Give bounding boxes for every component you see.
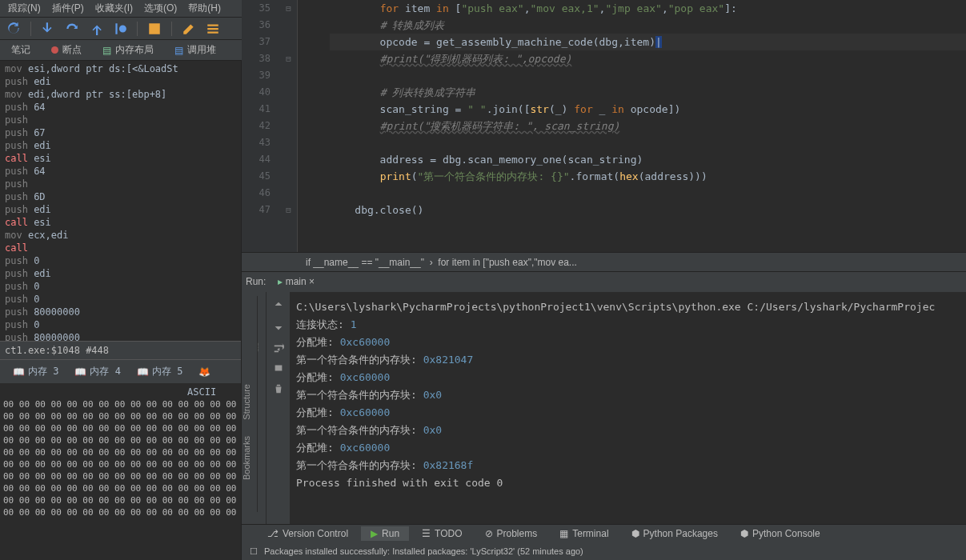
side-tab-bookmarks[interactable]: Bookmarks <box>242 436 251 480</box>
hex-row[interactable]: 00 00 00 00 00 00 00 00 00 00 00 00 00 0… <box>3 410 238 422</box>
hex-row[interactable]: 00 00 00 00 00 00 00 00 00 00 00 00 00 0… <box>3 398 238 410</box>
menu-trace[interactable]: 跟踪(N) <box>3 0 46 17</box>
code-line[interactable]: # 列表转换成字符串 <box>330 84 966 101</box>
menu-help[interactable]: 帮助(H) <box>183 0 226 17</box>
up-icon[interactable] <box>273 300 284 311</box>
run-sidebar-2 <box>266 292 290 524</box>
code-line[interactable]: print("第一个符合条件的内存块: {}".format(hex(addre… <box>330 168 966 185</box>
code-line[interactable]: dbg.close() <box>330 202 966 218</box>
asm-line[interactable]: push 80000000 <box>5 331 241 341</box>
code-line[interactable] <box>330 134 966 151</box>
asm-line[interactable]: push 0 <box>5 254 241 267</box>
hex-row[interactable]: 00 00 00 00 00 00 00 00 00 00 00 00 00 0… <box>3 446 238 458</box>
btab-terminal[interactable]: ▦Terminal <box>550 526 618 541</box>
memory-tab-4[interactable]: 📖内存 4 <box>70 363 125 380</box>
code-line[interactable]: address = dbg.scan_memory_one(scan_strin… <box>330 151 966 168</box>
asm-line[interactable]: mov esi,dword ptr ds:[<&LoadSt <box>5 62 241 75</box>
hex-row[interactable]: 00 00 00 00 00 00 00 00 00 00 00 00 00 0… <box>3 458 238 470</box>
hex-row[interactable]: 00 00 00 00 00 00 00 00 00 00 00 00 00 0… <box>3 470 238 482</box>
asm-line[interactable]: push edi <box>5 75 241 88</box>
asm-line[interactable]: push 80000000 <box>5 306 241 318</box>
code-line[interactable]: scan_string = " ".join([str(_) for _ in … <box>330 101 966 118</box>
run-tool-header: Run: ▸ main × <box>242 272 966 292</box>
code-line[interactable] <box>330 185 966 202</box>
edit-icon[interactable] <box>182 22 196 36</box>
console-line: 第一个符合条件的内存块: 0x82168f <box>296 457 960 474</box>
hex-row[interactable]: 00 00 00 00 00 00 00 00 00 00 00 00 00 0… <box>3 494 238 506</box>
asm-line[interactable]: push edi <box>5 267 241 280</box>
memory-tab-emoji[interactable]: 🦊 <box>194 363 215 380</box>
btab-run[interactable]: ▶Run <box>361 526 409 541</box>
step-out-icon[interactable] <box>89 22 103 36</box>
svg-rect-2 <box>275 366 282 371</box>
code-line[interactable]: #print("得到机器码列表: ",opcode) <box>330 50 966 67</box>
console-line: Process finished with exit code 0 <box>296 474 960 492</box>
tab-breakpoint[interactable]: 断点 <box>45 41 88 59</box>
memory-tab-5[interactable]: 📖内存 5 <box>132 363 187 380</box>
code-editor[interactable]: 35363738394041424344454647 ⊟⊟⊟ for item … <box>242 0 966 252</box>
btab-console[interactable]: ⬢Python Console <box>731 526 830 541</box>
asm-line[interactable]: call <box>5 242 241 254</box>
line-number-gutter: 35363738394041424344454647 <box>242 0 280 252</box>
asm-line[interactable]: call esi <box>5 152 241 165</box>
status-icon: ☐ <box>250 542 258 560</box>
hex-row[interactable]: 00 00 00 00 00 00 00 00 00 00 00 00 00 0… <box>3 506 238 518</box>
asm-line[interactable]: push <box>5 178 241 190</box>
assembly-listing[interactable]: mov esi,dword ptr ds:[<&LoadStpush edimo… <box>0 61 241 341</box>
asm-line[interactable]: push edi <box>5 139 241 152</box>
restart-icon[interactable] <box>6 22 21 36</box>
code-line[interactable]: # 转换成列表 <box>330 17 966 34</box>
asm-line[interactable]: push 67 <box>5 126 241 139</box>
memory-tab-3[interactable]: 📖内存 3 <box>8 363 63 380</box>
tab-note[interactable]: 笔记 <box>5 41 37 59</box>
run-to-cursor-icon[interactable] <box>113 22 127 36</box>
asm-status: ct1.exe:$1048 #448 <box>0 341 241 359</box>
ascii-column-header: ASCII <box>3 386 238 398</box>
wrap-icon[interactable] <box>273 342 284 353</box>
btab-problems[interactable]: ⊘Problems <box>475 526 547 541</box>
side-tab-structure[interactable]: Structure <box>242 384 251 420</box>
list-icon[interactable] <box>206 22 220 36</box>
code-line[interactable]: for item in ["push eax","mov eax,1","jmp… <box>330 0 966 17</box>
btab-packages[interactable]: ⬢Python Packages <box>622 526 728 541</box>
menu-favorites[interactable]: 收藏夹(I) <box>90 0 138 17</box>
hex-row[interactable]: 00 00 00 00 00 00 00 00 00 00 00 00 00 0… <box>3 422 238 434</box>
asm-line[interactable]: push 0 <box>5 280 241 293</box>
menu-options[interactable]: 选项(O) <box>139 0 182 17</box>
asm-line[interactable]: push 0 <box>5 318 241 331</box>
tab-callstack[interactable]: ▤调用堆 <box>168 41 222 59</box>
breadcrumb[interactable]: if __name__ == "__main__" › for item in … <box>242 252 966 272</box>
code-line[interactable]: opcode = get_assembly_machine_code(dbg,i… <box>330 34 966 50</box>
trace-icon[interactable] <box>147 22 162 36</box>
asm-line[interactable]: mov edi,dword ptr ss:[ebp+8] <box>5 88 241 101</box>
console-cmd: C:\Users\lyshark\PycharmProjects\pythonP… <box>296 298 960 316</box>
step-over-icon[interactable] <box>65 22 79 36</box>
hex-row[interactable]: 00 00 00 00 00 00 00 00 00 00 00 00 00 0… <box>3 434 238 446</box>
disassembler-panel: mov esi,dword ptr ds:[<&LoadStpush edimo… <box>0 61 242 560</box>
code-line[interactable] <box>330 67 966 84</box>
asm-line[interactable]: push 0 <box>5 293 241 306</box>
menu-plugins[interactable]: 插件(P) <box>47 0 89 17</box>
status-bar: ☐ Packages installed successfully: Insta… <box>242 542 966 560</box>
asm-line[interactable]: mov ecx,edi <box>5 229 241 242</box>
asm-line[interactable]: push 6D <box>5 190 241 203</box>
run-tab[interactable]: ▸ main × <box>278 272 315 292</box>
status-message: Packages installed successfully: Install… <box>264 542 583 560</box>
hex-row[interactable]: 00 00 00 00 00 00 00 00 00 00 00 00 00 0… <box>3 482 238 494</box>
btab-version-control[interactable]: ⎇Version Control <box>258 526 358 541</box>
step-into-icon[interactable] <box>41 22 55 36</box>
asm-line[interactable]: push edi <box>5 203 241 216</box>
btab-todo[interactable]: ☰TODO <box>412 526 471 541</box>
asm-line[interactable]: push 64 <box>5 101 241 114</box>
memory-dump[interactable]: ASCII 00 00 00 00 00 00 00 00 00 00 00 0… <box>0 383 241 522</box>
print-icon[interactable] <box>273 362 284 374</box>
breakpoint-dot-icon <box>51 46 58 54</box>
down-icon[interactable] <box>273 321 284 332</box>
asm-line[interactable]: push 64 <box>5 165 241 178</box>
delete-icon[interactable] <box>273 383 284 394</box>
asm-line[interactable]: call esi <box>5 216 241 229</box>
console-output[interactable]: C:\Users\lyshark\PycharmProjects\pythonP… <box>290 292 966 524</box>
code-line[interactable]: #print("搜索机器码字符串: ", scan_string) <box>330 118 966 134</box>
tab-memlayout[interactable]: ▤内存布局 <box>96 41 160 59</box>
asm-line[interactable]: push <box>5 114 241 126</box>
